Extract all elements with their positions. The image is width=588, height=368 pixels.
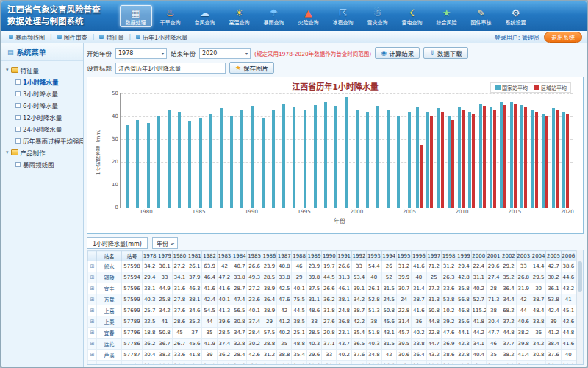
col-header-station[interactable]: 站名	[97, 251, 122, 261]
col-header-year-1980[interactable]: 1980	[172, 251, 187, 261]
col-header-year-2006[interactable]: 2006	[561, 251, 576, 261]
checkbox-icon[interactable]	[15, 115, 21, 120]
tab-3[interactable]: 特征量	[96, 33, 126, 41]
value-cell: 40	[561, 350, 576, 361]
col-header-year-2001[interactable]: 2001	[486, 251, 501, 261]
col-header-year-1986[interactable]: 1986	[262, 251, 276, 261]
col-header-year-1982[interactable]: 1982	[202, 251, 217, 261]
tree-item[interactable]: 24小时降水量	[3, 123, 82, 135]
measure-pill[interactable]: 1小时降水量(mm)	[87, 237, 148, 249]
expand-row-icon[interactable]: ⊞	[90, 297, 95, 302]
tab-4[interactable]: 历年1小时降水量	[133, 33, 190, 41]
expand-row-icon[interactable]: ⊞	[90, 286, 95, 291]
col-header-year-2004[interactable]: 2004	[531, 251, 545, 261]
col-header-year-1995[interactable]: 1995	[396, 251, 411, 261]
checkbox-icon[interactable]	[15, 162, 21, 167]
col-header-year-1993[interactable]: 1993	[367, 251, 381, 261]
expand-row-icon[interactable]: ⊞	[90, 308, 95, 314]
calculate-button[interactable]: ◉ 计算结果	[375, 47, 420, 59]
save-image-button[interactable]: ★ 保存图片	[229, 62, 274, 74]
col-header-year-2002[interactable]: 2002	[501, 251, 516, 261]
col-header-year-1981[interactable]: 1981	[187, 251, 202, 261]
bar-2013	[493, 110, 496, 208]
nav-item-label: 高温查询	[229, 18, 250, 26]
nav-item-typhoon-query[interactable]: ☁台风查询	[189, 5, 221, 27]
download-button[interactable]: ⇓ 数据下载	[423, 47, 468, 59]
col-header-year-1983[interactable]: 1983	[217, 251, 232, 261]
bar-2015	[514, 104, 517, 208]
table-row[interactable]: ⊞万载5759940.325.827.838.142.440.147.423.6…	[88, 294, 576, 305]
scrollbar-thumb[interactable]	[578, 261, 582, 292]
col-header-year-2000[interactable]: 2000	[471, 251, 486, 261]
col-header-year-1999[interactable]: 1999	[456, 251, 471, 261]
col-header-year-2003[interactable]: 2003	[516, 251, 531, 261]
col-header-year-1978[interactable]: 1978	[143, 251, 157, 261]
nav-item-lightning-query[interactable]: ☇雷电查询	[396, 5, 429, 27]
nav-item-system-settings[interactable]: ⚙系统设置	[500, 5, 532, 27]
col-header-year-2005[interactable]: 2005	[546, 251, 561, 261]
col-header-year-1987[interactable]: 1987	[277, 251, 292, 261]
tree-group-features[interactable]: ▾特征量	[3, 64, 82, 76]
start-year-select[interactable]: 1978 ▾	[115, 48, 167, 59]
tree-item[interactable]: 暴雨频线图	[3, 158, 82, 170]
checkbox-icon[interactable]	[15, 127, 21, 132]
logout-button[interactable]: 退出系统	[544, 32, 582, 43]
col-header-year-1992[interactable]: 1992	[351, 251, 366, 261]
table-row[interactable]: ⊞芦溪5778730.438.233.641.83936.228.442.631…	[88, 350, 576, 361]
col-header-year-1990[interactable]: 1990	[322, 251, 337, 261]
expand-row-icon[interactable]: ⊞	[90, 319, 95, 325]
checkbox-icon[interactable]	[15, 79, 21, 85]
col-header-year-1988[interactable]: 1988	[292, 251, 306, 261]
col-header-expander[interactable]	[88, 251, 97, 261]
col-header-id[interactable]: 站号	[122, 251, 143, 261]
year-sort-control[interactable]: 年份 ▴▾	[152, 237, 178, 249]
checkbox-icon[interactable]	[15, 103, 21, 108]
nav-item-hail-query[interactable]: ☈冰雹查询	[327, 5, 359, 27]
nav-item-combined-risk[interactable]: ★综合风险	[431, 5, 463, 27]
table-row[interactable]: ⊞宜丰5759633.144.931.646.341.641.628.727.2…	[88, 283, 576, 294]
tree-item[interactable]: 6小时降水量	[3, 99, 82, 111]
col-header-year-1979[interactable]: 1979	[157, 251, 172, 261]
table-row[interactable]: ⊞安福5779133.829.236.640.435.842.231.63834…	[88, 361, 576, 366]
tree-item[interactable]: 历年暴雨过程平均强度	[3, 135, 82, 146]
nav-item-rainstorm-query[interactable]: ☂暴雨查询	[258, 5, 290, 27]
nav-item-heat-query[interactable]: ☀高温查询	[223, 5, 256, 27]
expand-row-icon[interactable]: ⊞	[90, 263, 95, 269]
col-header-year-1996[interactable]: 1996	[412, 251, 426, 261]
content-panel: 开始年份 1978 ▾ 结束年份 2020 ▾ (规定采用1978-2020年数…	[84, 43, 587, 367]
checkbox-icon[interactable]	[15, 91, 21, 96]
col-header-year-1991[interactable]: 1991	[337, 251, 351, 261]
tree-item[interactable]: 1小时降水量	[3, 76, 82, 88]
col-header-year-1984[interactable]: 1984	[232, 251, 247, 261]
expand-row-icon[interactable]: ⊞	[90, 352, 95, 358]
nav-item-map-review[interactable]: ✎图件审核	[465, 5, 498, 27]
nav-item-snow-query[interactable]: ☃雪灾查询	[362, 5, 394, 27]
col-header-year-1994[interactable]: 1994	[381, 251, 396, 261]
col-header-year-1998[interactable]: 1998	[441, 251, 456, 261]
table-row[interactable]: ⊞上高5769925.734.237.634.654.541.356.540.1…	[88, 305, 576, 316]
expand-row-icon[interactable]: ⊞	[90, 330, 95, 336]
table-row[interactable]: ⊞上栗5778932.54128.635.24439.630.837.42941…	[88, 316, 576, 328]
checkbox-icon[interactable]	[15, 138, 21, 144]
table-row[interactable]: ⊞宜春5779618.850.845373528.534.728.457.540…	[88, 328, 576, 339]
nav-item-drought-query[interactable]: ♨干旱查询	[154, 5, 187, 27]
tree-item[interactable]: 12小时降水量	[3, 111, 82, 123]
expand-row-icon[interactable]: ⊞	[90, 275, 95, 280]
col-header-year-1989[interactable]: 1989	[306, 251, 321, 261]
tab-2[interactable]: 图件审查	[54, 33, 90, 41]
end-year-select[interactable]: 2020 ▾	[199, 48, 251, 59]
table-row[interactable]: ⊞铜鼓5759429.43334.137.946.447.233.849.328…	[88, 272, 576, 283]
expand-row-icon[interactable]: ⊞	[90, 363, 95, 365]
col-header-year-1985[interactable]: 1985	[247, 251, 262, 261]
col-header-year-1997[interactable]: 1997	[426, 251, 441, 261]
chart-title-input[interactable]	[115, 63, 226, 74]
nav-item-data-processing[interactable]: ▦数据处理	[120, 5, 152, 27]
table-row[interactable]: ⊞莲花5778636.236.726.745.641.937.432.830.2…	[88, 339, 576, 350]
expand-row-icon[interactable]: ⊞	[90, 341, 95, 347]
tab-1[interactable]: 暴雨频线图	[6, 33, 48, 41]
tree-item[interactable]: 3小时降水量	[3, 88, 82, 99]
table-scrollbar[interactable]	[576, 250, 583, 364]
tree-group-products[interactable]: ▾产品制作	[3, 146, 82, 158]
nav-item-fire-risk-query[interactable]: ▲火险查询	[293, 5, 325, 27]
table-row[interactable]: ⊞修水5759834.230.127.226.163.94240.726.623…	[88, 261, 576, 272]
